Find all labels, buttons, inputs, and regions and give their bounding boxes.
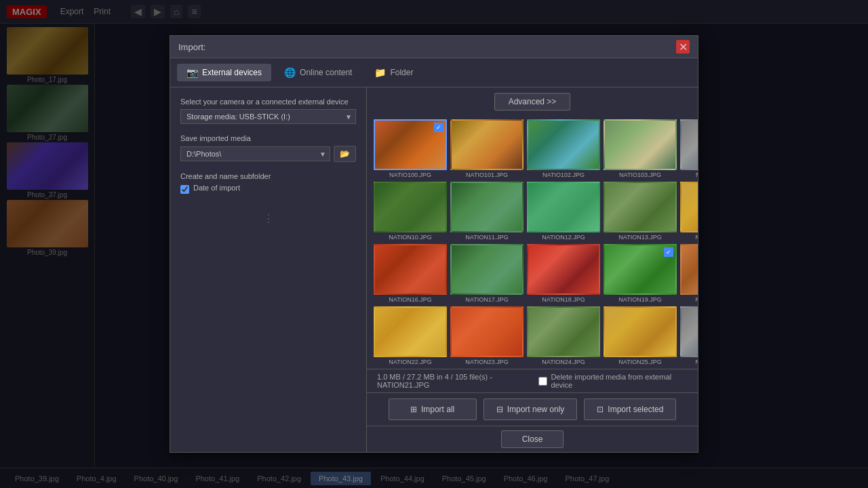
import-new-button[interactable]: ⊟ Import new only (484, 399, 578, 420)
import-all-button[interactable]: ⊞ Import all (389, 399, 477, 420)
browse-folder-button[interactable]: 📂 (334, 146, 356, 162)
photo-thumbnail (527, 182, 600, 232)
photo-item[interactable]: NATIO104.JPG (680, 119, 698, 178)
save-section: Save imported media D:\Photos\ ▼ 📂 (180, 134, 356, 162)
photo-item[interactable]: NATIO102.JPG (527, 119, 600, 178)
photo-item[interactable]: NATION16.JPG (374, 244, 447, 303)
photo-label: NATION24.JPG (527, 359, 600, 365)
photo-check-icon: ✓ (434, 123, 443, 132)
photo-item[interactable]: NATION25.JPG (604, 306, 677, 365)
photo-thumbnail (604, 182, 677, 232)
modal-overlay: Import: ✕ 📷 External devices 🌐 Online co… (0, 0, 868, 488)
subfolder-section: Create and name subfolder Date of import (180, 172, 356, 195)
tab-online[interactable]: 🌐 Online content (275, 64, 361, 81)
save-path-select[interactable]: D:\Photos\ (180, 146, 330, 161)
photo-item[interactable]: ✓ NATION19.JPG (604, 244, 677, 303)
photo-thumbnail (527, 119, 600, 170)
photo-grid-row: NATION22.JPG NATION23.JPG NATION24.JPG (374, 306, 691, 365)
photo-item[interactable]: NATION18.JPG (527, 244, 600, 303)
photo-item[interactable]: NATION14.JPG (680, 182, 698, 241)
photo-item[interactable]: NATIO101.JPG (450, 119, 524, 178)
photo-item[interactable]: ✓ NATION20.JPG (680, 244, 698, 303)
import-selected-button[interactable]: ⊡ Import selected (584, 399, 676, 420)
photo-check-icon: ✓ (664, 247, 673, 257)
photo-item[interactable]: NATION13.JPG (604, 182, 677, 241)
dialog-titlebar: Import: ✕ (170, 36, 698, 58)
photo-thumbnail (604, 119, 677, 170)
save-label: Save imported media (180, 134, 356, 142)
camera-select-wrapper: Storage media: USB-STICK (I:) ▼ (180, 109, 356, 124)
photo-item[interactable]: ✓ NATIO100.JPG (374, 119, 447, 178)
tab-online-label: Online content (300, 68, 352, 77)
photo-thumb-inner (452, 183, 522, 231)
photo-label: NATIO104.JPG (680, 171, 698, 178)
dialog-body: Select your camera or a connected extern… (170, 87, 698, 452)
import-selected-icon: ⊡ (597, 405, 604, 414)
dialog-close-btn[interactable]: ✕ (676, 40, 690, 54)
photo-thumbnail (527, 244, 600, 295)
photo-thumbnail (450, 306, 524, 357)
date-import-checkbox[interactable] (180, 185, 189, 194)
tab-external[interactable]: 📷 External devices (177, 64, 271, 81)
status-bar: 1.0 MB / 27.2 MB in 4 / 105 file(s) - NA… (367, 369, 698, 392)
delete-imported-checkbox[interactable] (538, 377, 547, 386)
photo-thumbnail (527, 306, 600, 357)
photo-thumb-inner (682, 245, 698, 293)
camera-section: Select your camera or a connected extern… (180, 98, 356, 124)
photo-label: NATION11.JPG (450, 234, 524, 241)
photo-item[interactable]: NATION17.JPG (450, 244, 524, 303)
photo-thumb-inner (452, 308, 522, 356)
photo-thumb-inner (452, 121, 522, 169)
photo-thumb-inner (375, 308, 446, 356)
advanced-button[interactable]: Advanced >> (494, 93, 571, 110)
import-all-label: Import all (421, 405, 454, 414)
photo-thumb-inner (528, 245, 599, 293)
photo-thumb-inner (528, 121, 599, 169)
photo-item[interactable]: NATION24.JPG (527, 306, 600, 365)
photo-item[interactable]: NATION10.JPG (374, 182, 447, 241)
photo-item[interactable]: NATION11.JPG (450, 182, 524, 241)
photo-label: NATIO101.JPG (450, 171, 524, 178)
photo-label: NATION26.JPG (680, 359, 698, 365)
date-import-label: Date of import (193, 184, 240, 192)
import-selected-label: Import selected (608, 405, 663, 414)
delete-imported-label: Delete imported media from external devi… (551, 373, 688, 389)
import-dialog: Import: ✕ 📷 External devices 🌐 Online co… (170, 35, 698, 453)
photo-thumb-inner (605, 308, 675, 356)
photo-label: NATION13.JPG (604, 234, 677, 241)
photo-thumbnail: ✓ (680, 244, 698, 295)
photo-thumbnail: ✓ (374, 119, 447, 170)
close-bar: Close (367, 426, 698, 452)
photo-grid-row: NATION16.JPG NATION17.JPG NATION18.JPG ✓ (374, 244, 691, 303)
photo-thumbnail (604, 306, 677, 357)
subfolder-label: Create and name subfolder (180, 172, 356, 180)
photo-thumbnail (450, 119, 524, 170)
action-bar: ⊞ Import all ⊟ Import new only ⊡ Import … (367, 392, 698, 426)
photo-label: NATION20.JPG (680, 296, 698, 303)
delete-check-row: Delete imported media from external devi… (538, 373, 688, 389)
close-button[interactable]: Close (501, 430, 564, 448)
dialog-title: Import: (178, 42, 205, 52)
advanced-bar: Advanced >> (367, 87, 698, 116)
photo-thumbnail (450, 182, 524, 232)
photo-thumb-inner (682, 308, 698, 356)
camera-select[interactable]: Storage media: USB-STICK (I:) (180, 109, 356, 124)
photo-item[interactable]: NATION23.JPG (450, 306, 524, 365)
photo-label: NATION19.JPG (604, 296, 677, 303)
photo-grid-row: NATION10.JPG NATION11.JPG NATION12.JPG (374, 182, 691, 241)
tab-folder[interactable]: 📁 Folder (365, 64, 422, 81)
photo-grid-container[interactable]: ✓ NATIO100.JPG NATIO101.JPG NATIO102.JPG (367, 116, 698, 369)
photo-item[interactable]: NATION22.JPG (374, 306, 447, 365)
photo-label: NATION23.JPG (450, 359, 524, 365)
photo-thumbnail (680, 119, 698, 170)
photo-item[interactable]: NATIO103.JPG (604, 119, 677, 178)
online-content-icon: 🌐 (284, 67, 296, 78)
photo-item[interactable]: NATION26.JPG (680, 306, 698, 365)
save-path-row: D:\Photos\ ▼ 📂 (180, 146, 356, 162)
tab-bar: 📷 External devices 🌐 Online content 📁 Fo… (170, 58, 698, 87)
photo-label: NATIO102.JPG (527, 171, 600, 178)
status-text: 1.0 MB / 27.2 MB in 4 / 105 file(s) - NA… (377, 373, 538, 389)
photo-thumb-inner (452, 245, 522, 293)
photo-thumbnail (374, 306, 447, 357)
photo-item[interactable]: NATION12.JPG (527, 182, 600, 241)
